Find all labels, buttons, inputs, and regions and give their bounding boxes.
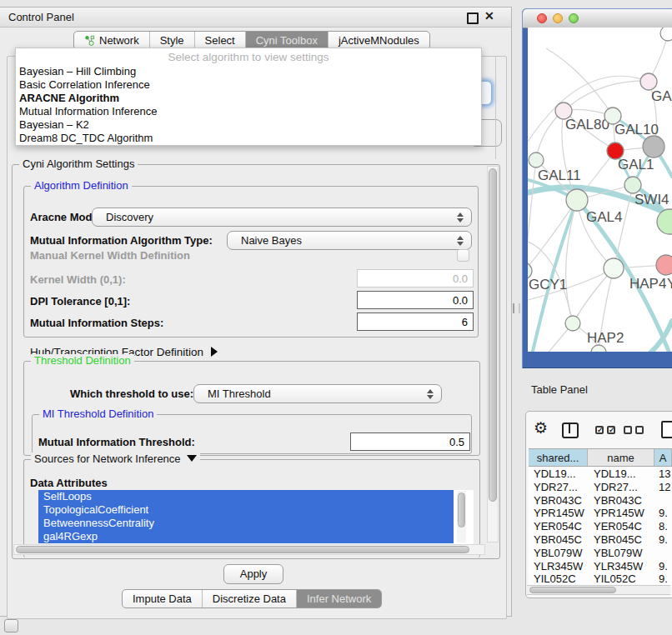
mi-type-combo[interactable]: Naive Bayes bbox=[227, 231, 472, 250]
table-row[interactable]: YPR145WYPR145W9. bbox=[529, 507, 672, 520]
column-header-a[interactable]: A bbox=[654, 449, 672, 466]
tab-select[interactable]: Select bbox=[194, 32, 245, 49]
tab-label: Network bbox=[99, 34, 139, 47]
table-cell: YBR043C bbox=[529, 494, 588, 508]
panel-divider-grip[interactable] bbox=[513, 303, 520, 313]
tab-label: Select bbox=[205, 34, 235, 47]
table-function-icon[interactable] bbox=[661, 421, 672, 438]
collapsed-panel-icon[interactable] bbox=[4, 619, 18, 632]
manual-kernel-label: Manual Kernel Width Definition bbox=[30, 249, 190, 262]
network-graph: GALGAL80GAL10GAL1GAL11SWI4GAL4GCY1HAP4YH… bbox=[528, 28, 672, 352]
network-node-swi4[interactable] bbox=[624, 177, 641, 193]
network-node-hap2[interactable] bbox=[565, 316, 580, 331]
algorithm-option-basic-correlation-inference[interactable]: Basic Correlation Inference bbox=[16, 78, 481, 92]
tab-infer-network[interactable]: Infer Network bbox=[296, 590, 381, 608]
node-label: Y bbox=[667, 276, 672, 292]
tab-impute-data[interactable]: Impute Data bbox=[123, 590, 202, 608]
network-canvas[interactable]: GALGAL80GAL10GAL1GAL11SWI4GAL4GCY1HAP4YH… bbox=[528, 28, 672, 352]
algorithm-option-mutual-information-inference[interactable]: Mutual Information Inference bbox=[16, 105, 481, 118]
table-cell: YBL079W bbox=[588, 547, 654, 560]
combo-stepper-icon bbox=[457, 236, 464, 246]
data-attributes-label: Data Attributes bbox=[30, 477, 108, 489]
close-window-icon[interactable] bbox=[537, 13, 547, 23]
table-cell: YBR045C bbox=[529, 533, 588, 547]
table-row[interactable]: YDL19...YDL19...13 bbox=[529, 468, 672, 481]
algorithm-popup-hint: Select algorithm to view settings bbox=[16, 48, 481, 65]
node-label: GAL10 bbox=[614, 122, 659, 138]
tab-cyni-toolbox[interactable]: Cyni Toolbox bbox=[245, 32, 328, 49]
algorithm-option-dream8-dc-tdc-algorithm[interactable]: Dream8 DC_TDC Algorithm bbox=[16, 132, 481, 145]
columns-icon[interactable] bbox=[562, 422, 579, 438]
column-header-shared[interactable]: shared... bbox=[529, 449, 588, 466]
network-node-hap4[interactable] bbox=[604, 258, 624, 278]
network-node-y[interactable] bbox=[656, 255, 672, 275]
float-panel-icon[interactable] bbox=[467, 12, 479, 24]
aracne-mode-value: Discovery bbox=[106, 211, 153, 223]
dpi-tolerance-label: DPI Tolerance [0,1]: bbox=[30, 295, 130, 308]
select-all-columns-icon[interactable]: ✓✓ bbox=[595, 426, 615, 434]
network-node-gal4[interactable] bbox=[566, 189, 588, 211]
kernel-width-input[interactable] bbox=[357, 269, 474, 288]
close-panel-icon[interactable]: ✕ bbox=[484, 9, 494, 22]
network-node[interactable] bbox=[591, 345, 606, 352]
algorithm-option-bayesian-hill-climbing[interactable]: Bayesian – Hill Climbing bbox=[16, 65, 481, 78]
table-row[interactable]: YBR045CYBR045C9. bbox=[529, 533, 672, 547]
attribute-item-betweennesscentrality[interactable]: BetweennessCentrality bbox=[38, 517, 454, 530]
column-header-name[interactable]: name bbox=[588, 449, 654, 466]
aracne-mode-combo[interactable]: Discovery bbox=[92, 208, 472, 227]
network-node[interactable] bbox=[657, 209, 672, 234]
tab-discretize-data[interactable]: Discretize Data bbox=[202, 590, 296, 608]
mi-steps-input[interactable] bbox=[357, 312, 474, 331]
network-node[interactable] bbox=[643, 136, 664, 158]
node-label: HAP2 bbox=[587, 330, 624, 346]
network-window[interactable]: GALGAL80GAL10GAL1GAL11SWI4GAL4GCY1HAP4YH… bbox=[522, 8, 672, 368]
table-row[interactable]: YDR27...YDR27...12 bbox=[529, 481, 672, 494]
algorithm-option-bayesian-k2[interactable]: Bayesian – K2 bbox=[16, 118, 481, 132]
node-label: GAL1 bbox=[618, 157, 654, 172]
table-header: shared...nameA bbox=[529, 448, 672, 467]
mi-type-value: Naive Bayes bbox=[241, 234, 302, 247]
zoom-window-icon[interactable] bbox=[569, 13, 579, 23]
table-horizontal-scrollbar[interactable] bbox=[527, 585, 670, 595]
table-cell: 9. bbox=[654, 560, 672, 573]
network-node-gal[interactable] bbox=[640, 73, 657, 90]
threshold-definition-title: Threshold Definition bbox=[31, 354, 134, 367]
attribute-item-selfloops[interactable]: SelfLoops bbox=[38, 490, 454, 503]
sources-title-text: Sources for Network Inference bbox=[34, 452, 181, 465]
attribute-item-gal4rgexp[interactable]: gal4RGexp bbox=[38, 530, 454, 543]
attributes-scrollbar[interactable] bbox=[457, 491, 466, 542]
tab-style[interactable]: Style bbox=[149, 32, 194, 49]
tab-jactivemnodules[interactable]: jActiveMNodules bbox=[328, 32, 429, 49]
gear-icon[interactable]: ⚙ bbox=[534, 420, 548, 437]
table-row[interactable]: YBL079WYBL079W bbox=[529, 547, 672, 560]
deselect-all-columns-icon[interactable] bbox=[624, 426, 644, 434]
attribute-item-topologicalcoefficient[interactable]: TopologicalCoefficient bbox=[38, 503, 454, 517]
settings-horizontal-scrollbar[interactable] bbox=[13, 544, 485, 555]
expanded-arrow-icon[interactable] bbox=[187, 455, 197, 462]
algorithm-option-aracne-algorithm[interactable]: ARACNE Algorithm bbox=[16, 92, 481, 105]
settings-vertical-scrollbar[interactable] bbox=[487, 166, 499, 542]
table-row[interactable]: YLR345WYLR345W9. bbox=[529, 560, 672, 573]
table-row[interactable]: YBR043CYBR043C bbox=[529, 494, 672, 508]
table-cell: YIL052C bbox=[588, 572, 654, 585]
panel-border-fragment bbox=[495, 56, 496, 159]
manual-kernel-checkbox[interactable] bbox=[457, 249, 469, 262]
table-row[interactable]: YIL052CYIL052C9. bbox=[529, 572, 672, 585]
dpi-tolerance-input[interactable] bbox=[357, 291, 474, 309]
network-window-titlebar[interactable] bbox=[523, 9, 672, 28]
minimize-window-icon[interactable] bbox=[553, 13, 563, 23]
table-cell bbox=[654, 494, 672, 508]
which-threshold-combo[interactable]: MI Threshold bbox=[193, 384, 442, 403]
tab-network[interactable]: Network bbox=[74, 32, 149, 49]
table-cell: YLR345W bbox=[529, 560, 588, 573]
tab-label: Style bbox=[160, 34, 184, 47]
apply-button[interactable]: Apply bbox=[223, 564, 283, 584]
table-cell: 9. bbox=[654, 572, 672, 585]
table-cell bbox=[654, 547, 672, 560]
table-cell: YDL19... bbox=[529, 468, 588, 481]
network-node-gal11[interactable] bbox=[529, 152, 544, 168]
network-node[interactable] bbox=[660, 28, 672, 41]
node-label: GAL11 bbox=[538, 168, 581, 183]
table-row[interactable]: YER054CYER054C8. bbox=[529, 520, 672, 533]
mi-threshold-input[interactable] bbox=[350, 432, 470, 451]
